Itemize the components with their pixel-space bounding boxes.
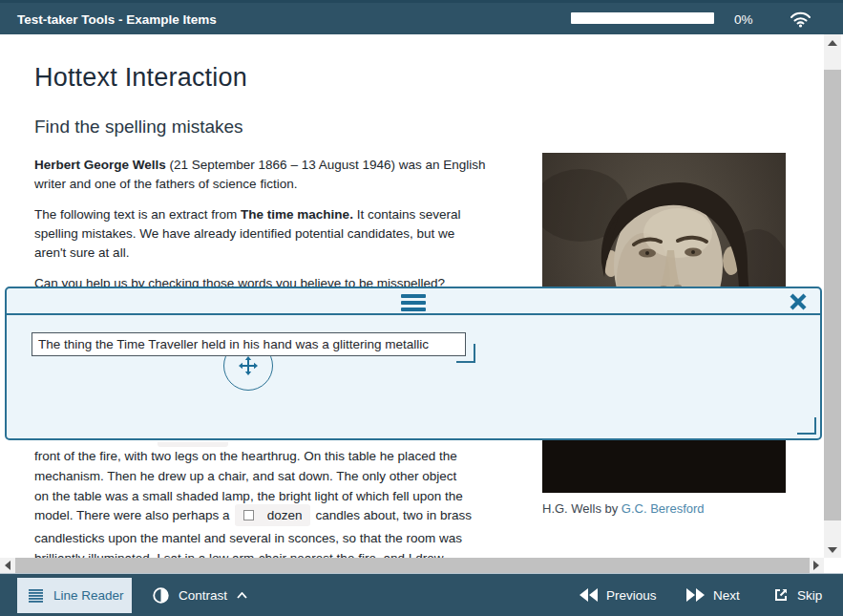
extract-line: on the table was a small shaded lamp, th… [34, 488, 463, 504]
extract-line: model. There were also perhaps a dozen c… [34, 504, 472, 526]
scroll-up-button[interactable] [824, 34, 841, 51]
intro-text: Herbert George Wells (21 September 1866 … [34, 156, 486, 305]
contrast-button[interactable]: Contrast [153, 574, 247, 616]
intro-paragraph-2: The following text is an extract from Th… [34, 205, 486, 263]
line-reader-icon [29, 589, 43, 603]
intro-p2-bold: The time machine. [241, 207, 353, 222]
task-prompt: Find the spelling mistakes [34, 117, 243, 138]
skip-label: Skip [797, 588, 822, 603]
previous-label: Previous [606, 588, 657, 603]
arrow-left-icon [5, 561, 11, 570]
intro-p1-rest: (21 September 1866 – 13 August 1946) was… [166, 158, 486, 172]
next-icon [686, 588, 705, 602]
skip-icon [773, 587, 789, 603]
intro-p2-pre: The following text is an extract from [34, 207, 241, 222]
move-cross-icon [239, 356, 258, 375]
close-icon[interactable] [788, 291, 809, 312]
intro-p1-line2: writer and one of the fathers of science… [34, 175, 486, 194]
extract-line4-pre: model. There were also perhaps a [34, 507, 230, 523]
skip-button[interactable]: Skip [773, 574, 822, 616]
intro-p2-rest: It contains several [353, 207, 461, 222]
line-reader-panel[interactable]: The thing the Time Traveller held in his… [5, 287, 822, 440]
progress-percent: 0% [734, 11, 753, 26]
next-label: Next [713, 588, 740, 603]
arrow-up-icon [828, 40, 837, 46]
line-reader-button[interactable]: Line Reader [17, 578, 132, 613]
previous-button[interactable]: Previous [580, 574, 657, 616]
extract-line4-post: candles about, two in brass [315, 507, 472, 523]
progress-bar [571, 12, 714, 24]
horizontal-scrollbar[interactable] [0, 558, 824, 573]
dozen-checkbox[interactable] [243, 510, 254, 520]
extract-line: candlesticks upon the mantel and several… [34, 530, 462, 546]
intro-p1-bold: Herbert George Wells [34, 158, 166, 172]
vertical-scrollbar-thumb[interactable] [824, 70, 841, 520]
extract-line: front of the fire, with two legs on the … [34, 448, 457, 464]
hottext-word: dozen [267, 507, 303, 523]
previous-icon [580, 588, 598, 602]
arrow-right-icon [813, 561, 819, 570]
menu-icon[interactable] [401, 294, 426, 311]
hidden-hottext-sliver [158, 442, 228, 447]
caption-text: H.G. Wells by [542, 501, 622, 516]
vertical-scrollbar[interactable] [824, 34, 841, 558]
panel-resize-handle[interactable] [797, 417, 816, 435]
scroll-left-button[interactable] [0, 558, 15, 573]
caption-link[interactable]: G.C. Beresford [622, 501, 705, 516]
top-bar: Test-taker Tools - Example Items 0% [0, 0, 843, 34]
bottom-toolbar: Line Reader Contrast Previous Next Skip [0, 573, 843, 616]
intro-p2-line2: spelling mistakes. We have already ident… [34, 224, 486, 244]
chevron-up-icon [237, 592, 247, 599]
line-reader-label: Line Reader [53, 588, 124, 603]
contrast-label: Contrast [179, 588, 227, 603]
photo-caption: H.G. Wells by G.C. Beresford [542, 501, 705, 516]
intro-p2-line3: aren't sure at all. [34, 244, 486, 263]
next-button[interactable]: Next [686, 574, 740, 616]
scroll-right-button[interactable] [809, 558, 824, 573]
line-reader-window[interactable]: The thing the Time Traveller held in his… [32, 332, 466, 356]
page-title: Hottext Interaction [34, 63, 247, 93]
contrast-icon [153, 587, 169, 604]
hottext-choice-dozen[interactable]: dozen [235, 504, 311, 526]
extract-line: mechanism. Then he drew up a chair, and … [34, 468, 456, 484]
arrow-down-icon [828, 547, 837, 553]
horizontal-scrollbar-thumb[interactable] [15, 558, 810, 573]
intro-paragraph-1: Herbert George Wells (21 September 1866 … [34, 156, 486, 194]
extract-line: brilliantly illuminated. I sat in a low … [34, 550, 443, 558]
app-title: Test-taker Tools - Example Items [17, 11, 217, 26]
line-reader-header [7, 288, 820, 315]
wifi-icon [790, 11, 811, 32]
scroll-down-button[interactable] [824, 542, 841, 558]
